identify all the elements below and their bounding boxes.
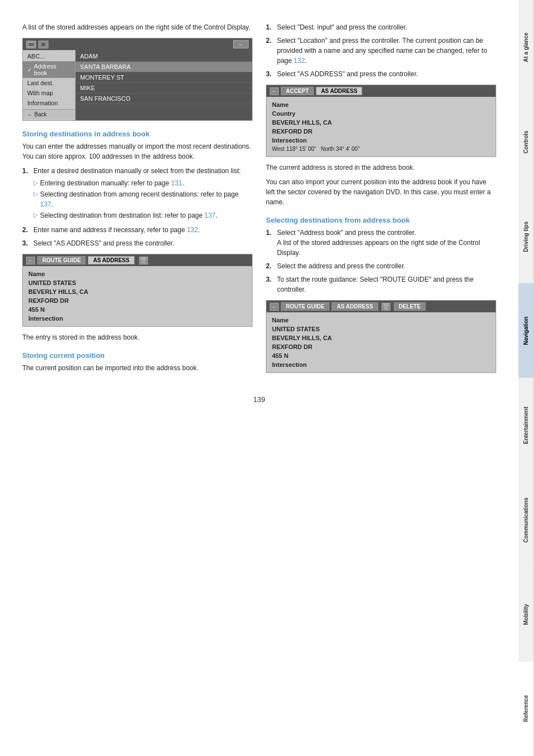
screen-header-1: ← <box>23 38 252 50</box>
svg-rect-6 <box>141 261 146 263</box>
right-step-3-content: Select "AS ADDRESS" and press the contro… <box>277 69 496 79</box>
sub-text-3: Selecting destination from destination l… <box>40 210 217 220</box>
steps-list-right-top: 1. Select "Dest. input" and press the co… <box>266 22 496 79</box>
list-item-adam[interactable]: ADAM <box>76 51 252 62</box>
detail-row-street-rg2: REXFORD DR <box>272 342 490 351</box>
step-1-content: Enter a desired destination manually or … <box>33 166 253 222</box>
detail-row-city-1: BEVERLY HILLS, CA <box>28 287 246 296</box>
detail-row-name-1: Name <box>28 269 246 278</box>
sub-text-1: Entering destination manually: refer to … <box>40 178 184 188</box>
right-step-2: 2. Select "Location" and press the contr… <box>266 36 496 66</box>
list-item-santa-barbara[interactable]: SANTA BARBARA <box>76 62 252 72</box>
screen-icon-2 <box>38 41 48 48</box>
intro-text: A list of the stored addresses appears o… <box>22 22 253 32</box>
right-column: 1. Select "Dest. input" and press the co… <box>266 22 496 379</box>
right-step-1-content: Select "Dest. input" and press the contr… <box>277 22 496 32</box>
detail-body-1: Name UNITED STATES BEVERLY HILLS, CA REX… <box>23 266 252 326</box>
page-number: 139 <box>22 395 496 404</box>
right-step-2-content: Select "Location" and press the controll… <box>277 36 496 66</box>
list-item-san-francisco[interactable]: SAN FRANCISCO <box>76 94 252 104</box>
detail-body-rg2: Name UNITED STATES BEVERLY HILLS, CA REX… <box>266 312 496 372</box>
select-step-1-num: 1. <box>266 228 274 258</box>
select-step-1-content: Select "Address book" and press the cont… <box>277 228 496 258</box>
detail-icon-floppy-1 <box>139 257 148 264</box>
step-3: 3. Select "AS ADDRESS" and press the con… <box>22 238 253 248</box>
tab-entertainment[interactable]: Entertainment <box>518 378 534 473</box>
arrow-icon-3: ▷ <box>33 210 38 220</box>
list-item-mike[interactable]: MIKE <box>76 83 252 94</box>
select-step-3-content: To start the route guidance: Select "ROU… <box>277 274 496 294</box>
detail-icon-rg2: ← <box>270 303 279 311</box>
detail-row-country-rg2: UNITED STATES <box>272 325 490 333</box>
tab-driving-tips[interactable]: Driving tips <box>518 189 534 284</box>
ref-131[interactable]: 131 <box>171 179 182 187</box>
ref-137b[interactable]: 137 <box>205 212 216 219</box>
tab-as-address-1[interactable]: AS ADDRESS <box>88 256 134 264</box>
select-step-2: 2. Select the address and press the cont… <box>266 261 496 271</box>
list-item-monterey[interactable]: MONTEREY ST <box>76 72 252 83</box>
screen-list-1: ADAM SANTA BARBARA MONTEREY ST MIKE SAN … <box>76 50 252 120</box>
right-step-1: 1. Select "Dest. input" and press the co… <box>266 22 496 32</box>
detail-header-rg2: ← ROUTE GUIDE AS ADDRESS DELETE <box>266 301 496 312</box>
ref-137a[interactable]: 137 <box>40 200 51 208</box>
detail-row-intersection-1: Intersection <box>28 314 246 323</box>
sub-text-2: Selecting destination from among recent … <box>40 189 253 209</box>
tab-reference[interactable]: Reference <box>518 661 534 756</box>
screen-back-btn[interactable]: ← <box>233 40 249 48</box>
menu-abc[interactable]: ABC... <box>23 51 75 61</box>
step-1-num: 1. <box>22 166 30 222</box>
tab-as-address-2[interactable]: AS ADDRESS <box>316 87 362 95</box>
menu-address-book[interactable]: Address book <box>23 61 75 78</box>
tab-communications[interactable]: Communications <box>518 473 534 567</box>
menu-information[interactable]: Information <box>23 98 75 108</box>
tab-as-address-3[interactable]: AS ADDRESS <box>332 302 378 311</box>
tab-route-guide-2[interactable]: ROUTE GUIDE <box>281 302 329 311</box>
screen-body-1: ABC... Address book Last dest. With map … <box>23 50 252 120</box>
detail-header-accept: ← ACCEPT AS ADDRESS <box>266 85 496 97</box>
tab-accept[interactable]: ACCEPT <box>281 87 314 95</box>
sub-item-2: ▷ Selecting destination from among recen… <box>33 189 253 209</box>
arrow-icon-1: ▷ <box>33 178 38 188</box>
step-2: 2. Enter name and address if necessary, … <box>22 225 253 235</box>
svg-rect-8 <box>383 303 389 307</box>
sub-item-1: ▷ Entering destination manually: refer t… <box>33 178 253 188</box>
ref-132a[interactable]: 132 <box>187 226 198 234</box>
screen-icon-1 <box>26 41 36 48</box>
select-step-2-content: Select the address and press the control… <box>277 261 496 271</box>
tab-bar: At a glance Controls Driving tips Naviga… <box>518 0 534 756</box>
menu-last-dest[interactable]: Last dest. <box>23 78 75 88</box>
right-step-3-num: 3. <box>266 69 274 79</box>
screen-accept-as-address: ← ACCEPT AS ADDRESS Name Country BEVERLY… <box>266 85 496 157</box>
detail-row-country-1: UNITED STATES <box>28 278 246 287</box>
step-3-content: Select "AS ADDRESS" and press the contro… <box>33 238 253 248</box>
left-column: A list of the stored addresses appears o… <box>22 22 253 379</box>
main-content: A list of the stored addresses appears o… <box>0 0 518 756</box>
screen-address-book-nav: ← ABC... Address book Last dest. With ma… <box>22 38 253 121</box>
ref-132b[interactable]: 132 <box>294 57 305 65</box>
tab-at-a-glance[interactable]: At a glance <box>518 0 534 95</box>
import-text: You can also import your current positio… <box>266 177 496 207</box>
detail-header-1: ← ROUTE GUIDE AS ADDRESS <box>23 254 252 266</box>
tab-delete[interactable]: DELETE <box>394 302 426 311</box>
step-2-content: Enter name and address if necessary, ref… <box>33 225 253 235</box>
step-3-num: 3. <box>22 238 30 248</box>
detail-row-num-rg2: 455 N <box>272 351 490 360</box>
tab-controls[interactable]: Controls <box>518 95 534 189</box>
tab-navigation[interactable]: Navigation <box>518 283 534 378</box>
step-2-num: 2. <box>22 225 30 235</box>
right-step-1-num: 1. <box>266 22 274 32</box>
right-step-2-num: 2. <box>266 36 274 66</box>
right-step-3: 3. Select "AS ADDRESS" and press the con… <box>266 69 496 79</box>
storing-text: You can enter the addresses manually or … <box>22 141 253 161</box>
select-step-3: 3. To start the route guidance: Select "… <box>266 274 496 294</box>
svg-rect-9 <box>384 307 388 310</box>
tab-mobility[interactable]: Mobility <box>518 567 534 662</box>
detail-row-street-1: REXFORD DR <box>28 296 246 305</box>
menu-with-map[interactable]: With map <box>23 88 75 98</box>
tab-route-guide-1[interactable]: ROUTE GUIDE <box>37 256 86 264</box>
sub-list-1: ▷ Entering destination manually: refer t… <box>33 178 253 220</box>
menu-back[interactable]: ← Back <box>23 109 75 119</box>
detail-icon-floppy-2 <box>382 303 390 311</box>
selecting-heading: Selecting destinations from address book <box>266 216 496 224</box>
steps-list-selecting: 1. Select "Address book" and press the c… <box>266 228 496 294</box>
